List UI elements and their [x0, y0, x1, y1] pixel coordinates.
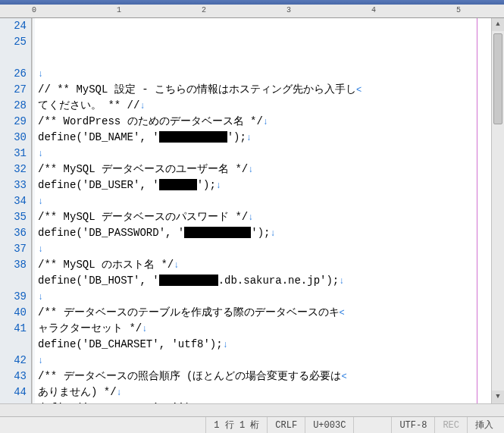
code-line[interactable]: /** MySQL データベースのユーザー名 */↓: [38, 162, 491, 177]
code-line[interactable]: ↓: [38, 146, 491, 162]
code-line[interactable]: /** MySQL のホスト名 */↓: [38, 257, 491, 273]
status-cursor-pos: 1 行 1 桁: [205, 417, 267, 433]
line-number: 25: [0, 34, 27, 50]
wrap-marker-icon: <: [340, 308, 345, 318]
code-line[interactable]: define('DB_USER', '');↓: [38, 177, 491, 193]
code-line[interactable]: /** データベースのテーブルを作成する際のデータベースのキ<: [38, 305, 491, 321]
newline-marker-icon: ↓: [216, 180, 221, 191]
code-text: ャラクターセット */: [38, 322, 142, 334]
scroll-thumb[interactable]: [493, 33, 502, 124]
redacted-text: [159, 275, 218, 286]
line-number: [0, 273, 27, 289]
status-rec[interactable]: REC: [434, 417, 467, 433]
newline-marker-icon: ↓: [263, 117, 268, 127]
line-number: 42: [0, 353, 27, 369]
line-number: 38: [0, 257, 27, 273]
newline-marker-icon: ↓: [339, 276, 344, 287]
code-text: ありません) */: [38, 386, 117, 398]
code-line[interactable]: // ** MySQL 設定 - こちらの情報はホスティング先から入手し<: [38, 82, 491, 98]
code-line[interactable]: ↓: [38, 66, 491, 82]
ruler-mark: 2: [202, 6, 206, 14]
newline-marker-icon: ↓: [38, 149, 43, 159]
code-line[interactable]: ↓: [38, 353, 491, 369]
code-line[interactable]: /** データベースの照合順序 (ほとんどの場合変更する必要は<: [38, 369, 491, 384]
code-text: define('DB_COLLATE', '');: [38, 402, 197, 403]
redacted-text: [159, 179, 197, 190]
ruler-mark: 3: [286, 6, 291, 14]
ruler-mark: 1: [117, 6, 121, 14]
newline-marker-icon: ↓: [38, 196, 43, 207]
line-number: 31: [0, 146, 27, 162]
newline-marker-icon: ↓: [117, 388, 122, 398]
code-text: define('DB_NAME', ': [38, 131, 159, 143]
line-number: 37: [0, 241, 27, 257]
code-line[interactable]: ャラクターセット */↓: [38, 321, 491, 337]
line-number: 27: [0, 82, 27, 98]
line-number: [0, 50, 27, 66]
code-text: /** データベースのテーブルを作成する際のデータベースのキ: [38, 306, 340, 318]
line-number: 29: [0, 114, 27, 130]
code-line[interactable]: define('DB_HOST', '.db.sakura.ne.jp');↓: [38, 273, 491, 289]
code-line[interactable]: てください。 ** //↓: [38, 98, 491, 114]
newline-marker-icon: ↓: [139, 101, 145, 111]
wrap-marker-icon: <: [356, 85, 362, 96]
horizontal-ruler: 012345: [0, 5, 504, 18]
code-line[interactable]: ありません) */↓: [38, 384, 491, 400]
status-blank: [353, 417, 391, 433]
line-number: 35: [0, 209, 27, 225]
status-eol: CRLF: [267, 417, 305, 433]
redacted-text: [159, 131, 227, 143]
scroll-down-button[interactable]: ▼: [492, 391, 504, 403]
code-line[interactable]: ↓: [38, 289, 491, 305]
editor-area: 2425262728293031323334353637383940414243…: [0, 18, 504, 403]
status-encoding: UTF-8: [391, 417, 434, 433]
code-text: /** データベースの照合順序 (ほとんどの場合変更する必要は: [38, 370, 341, 382]
code-line[interactable]: define('DB_CHARSET', 'utf8');↓: [38, 337, 491, 353]
code-text: // ** MySQL 設定 - こちらの情報はホスティング先から入手し: [38, 83, 356, 96]
status-bar: 1 行 1 桁 CRLF U+003C UTF-8 REC 挿入: [0, 416, 504, 433]
code-text: define('DB_USER', ': [38, 179, 159, 191]
code-text: ');: [251, 227, 270, 239]
newline-marker-icon: ↓: [223, 340, 228, 350]
newline-marker-icon: ↓: [174, 260, 179, 271]
horizontal-scrollbar[interactable]: [0, 403, 504, 416]
line-number: 24: [0, 18, 27, 34]
line-number: 43: [0, 369, 27, 384]
newline-marker-icon: ↓: [38, 244, 43, 255]
newline-marker-icon: ↓: [246, 133, 252, 143]
line-number-gutter: 2425262728293031323334353637383940414243…: [0, 18, 32, 403]
code-view[interactable]: ↓// ** MySQL 設定 - こちらの情報はホスティング先から入手し<てく…: [35, 18, 491, 403]
line-number: 41: [0, 321, 27, 337]
code-line[interactable]: /** MySQL データベースのパスワード */↓: [38, 209, 491, 225]
code-text: ');: [197, 179, 216, 191]
scroll-up-button[interactable]: ▲: [492, 18, 504, 31]
code-text: /** MySQL データベースのユーザー名 */: [38, 163, 248, 175]
code-line[interactable]: define('DB_PASSWORD', '');↓: [38, 225, 491, 241]
code-line[interactable]: ↓: [38, 193, 491, 209]
newline-marker-icon: ↓: [38, 69, 43, 80]
code-text: てください。 ** //: [38, 99, 139, 111]
code-line[interactable]: ↓: [38, 241, 491, 257]
code-line[interactable]: define('DB_NAME', '');↓: [38, 130, 491, 146]
line-number: 36: [0, 225, 27, 241]
vertical-scrollbar[interactable]: ▲ ▼: [491, 18, 504, 403]
line-number: 28: [0, 98, 27, 114]
line-number: 30: [0, 130, 27, 146]
code-text: ');: [227, 131, 246, 143]
line-number: 34: [0, 193, 27, 209]
newline-marker-icon: ↓: [248, 212, 253, 223]
newline-marker-icon: ↓: [38, 356, 43, 366]
code-line[interactable]: /** WordPress のためのデータベース名 */↓: [38, 114, 491, 130]
line-number: 26: [0, 66, 27, 82]
newline-marker-icon: ↓: [270, 228, 275, 239]
right-margin-guide: [477, 18, 477, 403]
ruler-mark: 5: [456, 6, 461, 14]
line-number: 33: [0, 177, 27, 193]
code-line[interactable]: define('DB_COLLATE', '');↓: [38, 400, 491, 403]
ruler-mark: 0: [32, 6, 36, 14]
line-number: 32: [0, 162, 27, 177]
code-text: .db.sakura.ne.jp');: [218, 275, 340, 287]
status-insert-mode[interactable]: 挿入: [467, 417, 501, 433]
line-number: 44: [0, 384, 27, 400]
line-number: 39: [0, 289, 27, 305]
